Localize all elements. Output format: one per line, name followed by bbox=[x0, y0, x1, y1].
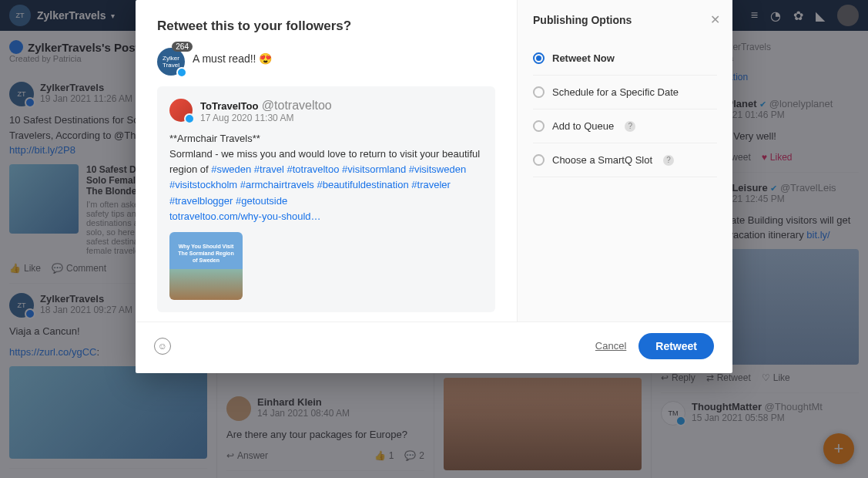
twitter-badge-icon bbox=[176, 67, 187, 78]
option-label: Add to Queue bbox=[552, 120, 614, 132]
help-icon[interactable]: ? bbox=[663, 155, 674, 166]
option-retweet-now[interactable]: Retweet Now bbox=[533, 42, 717, 76]
twitter-badge-icon bbox=[184, 113, 195, 124]
option-schedule-date[interactable]: Schedule for a Specific Date bbox=[533, 76, 717, 109]
quoted-url[interactable]: totraveltoo.com/why-you-should… bbox=[169, 210, 321, 222]
emoji-picker-button[interactable]: ☺ bbox=[154, 338, 171, 355]
quoted-handle: @totraveltoo bbox=[262, 99, 332, 112]
retweet-modal: Retweet this to your followers? ZylkerTr… bbox=[136, 0, 732, 373]
modal-overlay[interactable]: Retweet this to your followers? ZylkerTr… bbox=[0, 0, 868, 478]
quoted-image-caption: Why You Should Visit The Sormland Region… bbox=[176, 243, 236, 264]
radio-icon bbox=[533, 120, 545, 132]
quoted-headline: **Armchair Travels** bbox=[169, 131, 483, 146]
help-icon[interactable]: ? bbox=[625, 121, 635, 132]
modal-compose-panel: Retweet this to your followers? ZylkerTr… bbox=[136, 0, 517, 321]
quoted-date: 17 Aug 2020 11:30 AM bbox=[200, 113, 332, 123]
option-label: Retweet Now bbox=[552, 52, 615, 64]
publishing-options-panel: ✕ Publishing Options Retweet Now Schedul… bbox=[517, 0, 732, 321]
radio-icon bbox=[533, 86, 545, 98]
compose-text[interactable]: A must read!! 😍 bbox=[193, 48, 272, 65]
option-smartq-slot[interactable]: Choose a SmartQ Slot ? bbox=[533, 143, 717, 177]
quoted-image[interactable]: Why You Should Visit The Sormland Region… bbox=[169, 232, 243, 300]
publishing-options-title: Publishing Options bbox=[533, 14, 717, 26]
cancel-button[interactable]: Cancel bbox=[595, 340, 626, 352]
quoted-avatar bbox=[169, 99, 193, 122]
option-label: Schedule for a Specific Date bbox=[552, 86, 679, 98]
close-icon[interactable]: ✕ bbox=[710, 12, 720, 27]
quoted-hashtags[interactable]: #sweden #travel #totraveltoo #visitsorml… bbox=[169, 163, 466, 206]
option-add-queue[interactable]: Add to Queue ? bbox=[533, 109, 717, 143]
modal-footer: ☺ Cancel Retweet bbox=[136, 321, 732, 373]
quoted-body: **Armchair Travels** Sormland - we miss … bbox=[169, 131, 483, 224]
compose-account-avatar[interactable]: ZylkerTravel 264 bbox=[157, 48, 185, 76]
radio-icon bbox=[533, 52, 545, 64]
quoted-tweet: ToTravelToo @totraveltoo 17 Aug 2020 11:… bbox=[157, 86, 495, 312]
modal-title: Retweet this to your followers? bbox=[157, 19, 495, 34]
quoted-author[interactable]: ToTravelToo bbox=[200, 100, 258, 112]
option-label: Choose a SmartQ Slot bbox=[552, 154, 652, 166]
char-count-badge: 264 bbox=[172, 42, 193, 52]
retweet-button[interactable]: Retweet bbox=[638, 333, 714, 359]
radio-icon bbox=[533, 154, 545, 166]
heart-eyes-emoji-icon: 😍 bbox=[259, 52, 272, 65]
